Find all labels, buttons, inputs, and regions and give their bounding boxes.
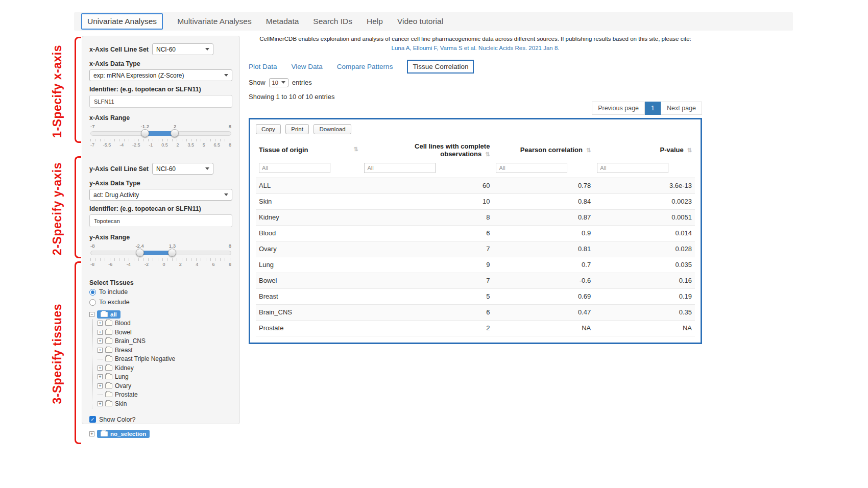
expand-icon[interactable] (98, 321, 103, 326)
table-row: Blood 6 0.9 0.014 (256, 225, 695, 241)
tick-label: -8 (90, 262, 94, 267)
to-exclude-label: To exclude (99, 299, 130, 306)
x-range-track[interactable] (90, 131, 231, 136)
next-page-button[interactable]: Next page (661, 102, 702, 115)
show-color-checkbox[interactable] (89, 416, 96, 423)
x-identifier-label: Identifier: (e.g. topotecan or SLFN11) (89, 86, 232, 93)
y-range-tick-labels: -8 -6 -4 -2 0 2 4 6 8 (90, 262, 231, 267)
to-exclude-radio[interactable] (89, 299, 96, 306)
y-cell-line-set-label: y-Axis Cell Line Set (89, 165, 149, 173)
tree-node-breast[interactable]: Breast (98, 346, 232, 355)
y-range-handle-high[interactable] (168, 249, 176, 257)
page-length-select[interactable]: 10 (269, 78, 288, 87)
collapse-icon[interactable] (89, 312, 94, 317)
cell-lines-cell: 10 (361, 193, 493, 209)
citation-link[interactable]: Luna A, Elloumi F, Varma S et al. Nuclei… (392, 45, 560, 51)
y-axis-range-slider: -8 -2.4 1.3 8 -8 -6 -4 -2 0 2 4 6 8 (90, 243, 231, 267)
x-data-type-select[interactable]: exp: mRNA Expression (Z-Score) (89, 69, 232, 81)
col-header-pearson-correlation[interactable]: Pearson correlation⇅ (493, 138, 594, 162)
tree-node-label: Brain_CNS (115, 337, 146, 345)
to-include-radio[interactable] (89, 289, 96, 296)
y-identifier-input[interactable] (89, 214, 232, 227)
tick-label: 0.5 (161, 142, 168, 148)
tissue-correlation-table: ⇅ Tissue of origin Cell lines with compl… (256, 138, 695, 336)
tree-node-prostate[interactable]: Prostate (98, 391, 232, 400)
filter-cell (361, 162, 493, 178)
expand-icon[interactable] (98, 330, 103, 335)
tree-node-skin[interactable]: Skin (98, 399, 232, 408)
tab-video-tutorial[interactable]: Video tutorial (397, 17, 443, 26)
filter-pearson-input[interactable] (496, 163, 567, 173)
filter-cell-lines-input[interactable] (364, 163, 436, 173)
tree-node-bowel[interactable]: Bowel (98, 328, 232, 337)
page-length-value: 10 (272, 80, 278, 86)
expand-icon[interactable] (89, 431, 94, 436)
tree-node-blood[interactable]: Blood (98, 319, 232, 328)
download-button[interactable]: Download (314, 124, 351, 134)
copy-button[interactable]: Copy (256, 124, 281, 134)
col-header-tissue-of-origin[interactable]: ⇅ Tissue of origin (256, 138, 361, 162)
col-header-cell-lines[interactable]: Cell lines with complete observations⇅ (361, 138, 493, 162)
tab-multivariate-analyses[interactable]: Multivariate Analyses (177, 17, 252, 26)
expand-icon[interactable] (98, 401, 103, 406)
tree-node-kidney[interactable]: Kidney (98, 363, 232, 373)
table-info-text: Showing 1 to 10 of 10 entries (249, 93, 702, 101)
tree-node-ovary[interactable]: Ovary (98, 381, 232, 391)
y-cell-line-set-select[interactable]: NCI-60 (152, 163, 213, 175)
x-cell-line-set-select[interactable]: NCI-60 (152, 43, 213, 55)
col-header-label: Cell lines with complete observations (415, 142, 490, 158)
page-1-button[interactable]: 1 (645, 102, 661, 115)
tick-label: 0 (162, 262, 165, 267)
subtab-tissue-correlation[interactable]: Tissue Correlation (407, 60, 474, 74)
col-header-p-value[interactable]: P-value⇅ (594, 138, 695, 162)
filter-pvalue-input[interactable] (597, 163, 668, 173)
tree-node-no-selection[interactable]: no_selection (97, 430, 150, 438)
subtab-plot-data[interactable]: Plot Data (249, 63, 277, 70)
tab-metadata[interactable]: Metadata (266, 17, 299, 26)
expand-icon[interactable] (98, 365, 103, 371)
tick-label: 6 (212, 262, 215, 267)
chevron-down-icon (281, 81, 285, 84)
tree-node-label: Lung (115, 373, 129, 380)
x-range-handle-high[interactable] (171, 129, 179, 137)
x-range-handle-low[interactable] (141, 129, 149, 137)
tab-search-ids[interactable]: Search IDs (313, 17, 352, 26)
tab-help[interactable]: Help (367, 17, 383, 26)
y-range-track[interactable] (90, 251, 231, 255)
x-range-min-label: -7 (90, 124, 94, 129)
expand-icon[interactable] (98, 383, 103, 388)
print-button[interactable]: Print (285, 124, 309, 134)
tab-univariate-analyses[interactable]: Univariate Analyses (81, 13, 163, 30)
step3-label: 3-Specify tissues (51, 304, 64, 404)
x-identifier-input[interactable] (89, 95, 232, 108)
cell-lines-cell: 2 (361, 320, 493, 336)
tick-label: 8 (229, 142, 231, 148)
table-row: Prostate 2 NA NA (256, 320, 695, 336)
show-entries-row: Show 10 entries (249, 78, 702, 87)
pearson-cell: 0.47 (493, 304, 594, 320)
previous-page-button[interactable]: Previous page (592, 102, 645, 115)
y-range-handle-low[interactable] (136, 249, 144, 257)
expand-icon[interactable] (98, 374, 103, 379)
expand-icon[interactable] (98, 338, 103, 344)
subtab-view-data[interactable]: View Data (292, 63, 323, 70)
tick-label: -2 (144, 262, 149, 267)
y-data-type-select[interactable]: act: Drug Activity (89, 189, 232, 201)
tree-node-label: all (110, 311, 117, 318)
y-range-selected-bar (140, 251, 172, 255)
y-cell-line-set-row: y-Axis Cell Line Set NCI-60 (89, 163, 232, 175)
filter-tissue-input[interactable] (259, 163, 330, 173)
tree-node-lung[interactable]: Lung (98, 373, 232, 382)
tree-node-all[interactable]: all (89, 310, 232, 319)
tissue-cell: Brain_CNS (256, 304, 361, 320)
expand-icon[interactable] (98, 348, 103, 353)
y-range-max-label: 8 (229, 243, 231, 249)
tree-node-all-chip[interactable]: all (97, 310, 120, 319)
tree-connector (98, 359, 103, 359)
tree-node-brain-cns[interactable]: Brain_CNS (98, 337, 232, 346)
control-sidebar: x-Axis Cell Line Set NCI-60 x-Axis Data … (82, 36, 240, 424)
filter-cell (493, 162, 594, 178)
tree-node-label: Breast Triple Negative (115, 355, 175, 362)
tree-node-breast-triple-negative[interactable]: Breast Triple Negative (98, 355, 232, 364)
subtab-compare-patterns[interactable]: Compare Patterns (337, 63, 393, 70)
